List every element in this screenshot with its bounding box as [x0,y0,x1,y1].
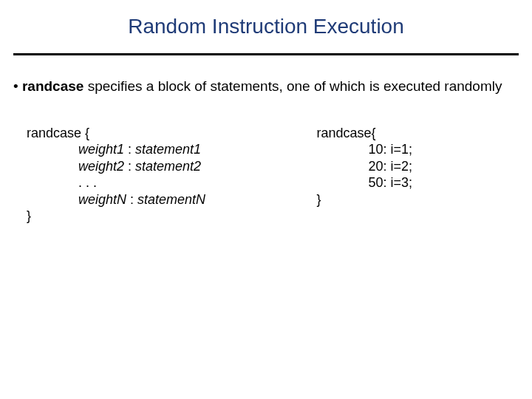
syntax-stmt-1: statement1 [135,142,201,157]
slide: Random Instruction Execution • randcase … [0,0,532,399]
syntax-line-n: weightN : statementN [27,191,290,208]
example-line-1: 10: i=1; [316,141,519,158]
syntax-line-1: weight1 : statement1 [27,141,290,158]
example-open: randcase{ [316,125,519,142]
syntax-weight-n: weightN [78,192,126,207]
example-line-3: 50: i=3; [316,174,519,191]
syntax-weight-1: weight1 [78,142,124,157]
example-line-2: 20: i=2; [316,158,519,175]
syntax-block: randcase { weight1 : statement1 weight2 … [13,125,290,225]
bullet-keyword: randcase [22,78,83,94]
columns: randcase { weight1 : statement1 weight2 … [13,125,519,225]
syntax-stmt-2: statement2 [135,159,201,174]
syntax-weight-2: weight2 [78,159,124,174]
syntax-line-2: weight2 : statement2 [27,158,290,175]
syntax-stmt-n: statementN [137,192,205,207]
example-close: } [316,191,519,208]
syntax-close: } [27,208,290,225]
example-block: randcase{ 10: i=1; 20: i=2; 50: i=3; } [309,125,519,225]
slide-title: Random Instruction Execution [0,0,532,46]
syntax-sep-1: : [124,142,135,157]
bullet-text: specifies a block of statements, one of … [83,78,502,94]
syntax-sep-2: : [124,159,135,174]
slide-body: • randcase specifies a block of statemen… [0,55,532,225]
syntax-sep-n: : [126,192,137,207]
bullet-marker: • [13,78,22,94]
bullet-line: • randcase specifies a block of statemen… [13,78,519,95]
syntax-open: randcase { [27,125,290,142]
syntax-dots: . . . [27,174,290,191]
